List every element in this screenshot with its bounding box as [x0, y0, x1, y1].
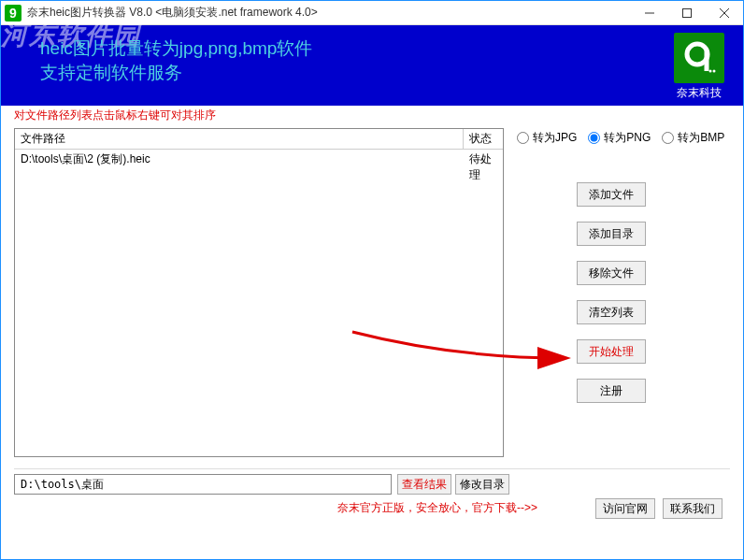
nine-logo-icon	[674, 33, 724, 83]
radio-png-label: 转为PNG	[604, 130, 651, 146]
clear-list-button[interactable]: 清空列表	[577, 300, 646, 324]
banner-line1: heic图片批量转为jpg,png,bmp软件	[40, 36, 312, 61]
file-list[interactable]: 文件路径 状态 D:\tools\桌面\2 (复制).heic 待处理	[14, 128, 504, 457]
banner-text: heic图片批量转为jpg,png,bmp软件 支持定制软件服务	[40, 36, 312, 85]
app-icon: 9	[5, 5, 21, 22]
add-file-button[interactable]: 添加文件	[577, 182, 646, 207]
footer-text: 奈末官方正版，安全放心，官方下载-->>	[337, 500, 537, 516]
svg-rect-1	[683, 8, 692, 17]
row-path: D:\tools\桌面\2 (复制).heic	[15, 150, 464, 185]
divider	[14, 468, 730, 469]
register-button[interactable]: 注册	[577, 379, 646, 403]
window-title: 奈末heic图片转换器 V8.0 <电脑须安装.net framework 4.…	[27, 5, 631, 21]
svg-point-6	[713, 70, 716, 73]
close-button[interactable]	[706, 1, 743, 25]
banner-line2: 支持定制软件服务	[40, 61, 312, 85]
output-path-input[interactable]	[14, 474, 392, 495]
format-radios: 转为JPG 转为PNG 转为BMP	[517, 130, 724, 146]
visit-site-button[interactable]: 访问官网	[595, 498, 655, 519]
maximize-button[interactable]	[668, 1, 706, 25]
brand-name: 奈末科技	[674, 85, 724, 101]
svg-point-5	[709, 70, 712, 73]
contact-button[interactable]: 联系我们	[663, 498, 723, 519]
radio-png[interactable]: 转为PNG	[588, 130, 651, 146]
banner: 河东软件园 heic图片批量转为jpg,png,bmp软件 支持定制软件服务 奈…	[1, 25, 743, 106]
list-header: 文件路径 状态	[15, 129, 503, 150]
view-result-button[interactable]: 查看结果	[397, 474, 451, 495]
col-status-header: 状态	[464, 129, 503, 149]
titlebar: 9 奈末heic图片转换器 V8.0 <电脑须安装.net framework …	[1, 1, 743, 25]
hint-text: 对文件路径列表点击鼠标右键可对其排序	[1, 106, 743, 124]
radio-bmp[interactable]: 转为BMP	[662, 130, 724, 146]
radio-jpg[interactable]: 转为JPG	[517, 130, 577, 146]
start-button[interactable]: 开始处理	[577, 339, 646, 364]
radio-jpg-label: 转为JPG	[533, 130, 577, 146]
col-path-header: 文件路径	[15, 129, 464, 149]
brand-logo: 奈末科技	[674, 33, 724, 101]
minimize-button[interactable]	[631, 1, 668, 25]
radio-bmp-label: 转为BMP	[678, 130, 724, 146]
remove-file-button[interactable]: 移除文件	[577, 261, 646, 285]
row-status: 待处理	[464, 150, 503, 185]
list-row[interactable]: D:\tools\桌面\2 (复制).heic 待处理	[15, 150, 503, 185]
modify-dir-button[interactable]: 修改目录	[455, 474, 509, 495]
add-dir-button[interactable]: 添加目录	[577, 222, 646, 246]
